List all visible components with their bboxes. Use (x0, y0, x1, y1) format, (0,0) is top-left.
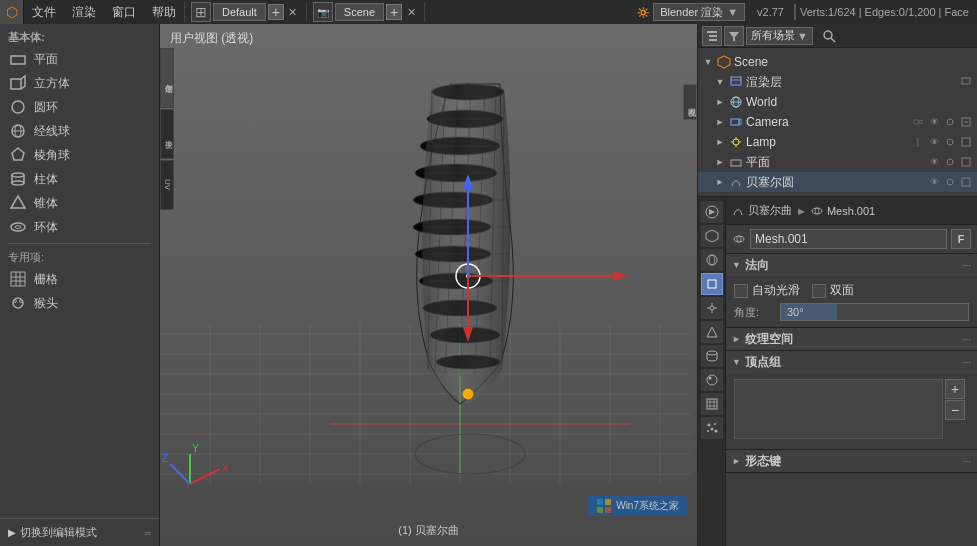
grid-icon (8, 269, 28, 289)
vertex-groups-list[interactable] (734, 379, 943, 439)
remove-vertex-group-button[interactable]: − (945, 400, 965, 420)
layout-grid-icon: ⊞ (191, 2, 211, 22)
double-sided-checkbox[interactable] (812, 284, 826, 298)
bezier-sel-icon[interactable] (959, 175, 973, 189)
camera-eye-icon[interactable]: 👁 (927, 115, 941, 129)
camera-render-icon[interactable] (943, 115, 957, 129)
lamp-sel-icon[interactable] (959, 135, 973, 149)
camera-tree-icon (728, 114, 744, 130)
mesh-name-input[interactable]: Mesh.001 (750, 229, 947, 249)
props-particles-icon[interactable] (701, 417, 723, 439)
fake-user-button[interactable]: F (951, 229, 971, 249)
sidebar-item-circle[interactable]: 圆环 (0, 95, 159, 119)
tree-lamp[interactable]: ► Lamp | 👁 (698, 132, 977, 152)
svg-rect-78 (707, 31, 717, 33)
menu-help[interactable]: 帮助 (144, 0, 184, 24)
vertex-groups-label: 顶点组 (745, 354, 781, 371)
camera-label: Camera (746, 115, 909, 129)
tree-world[interactable]: ► World (698, 92, 977, 112)
lamp-cam-icon[interactable] (943, 135, 957, 149)
scene-label[interactable]: Scene (335, 3, 384, 21)
tree-bezier-curve[interactable]: ► 贝塞尔圆 👁 (698, 172, 977, 192)
stats-text: Verts:1/624 | Edges:0/1,200 | Face (800, 6, 969, 18)
props-scene-icon[interactable] (701, 225, 723, 247)
tree-camera[interactable]: ► Camera 👁 (698, 112, 977, 132)
workspace-default[interactable]: Default (213, 3, 266, 21)
right-panel: 所有场景 ▼ ▼ Scene ▼ (697, 24, 977, 546)
menu-window[interactable]: 窗口 (104, 0, 144, 24)
sidebar-item-cylinder[interactable]: 柱体 (0, 167, 159, 191)
bezier-cam-icon[interactable] (943, 175, 957, 189)
props-object-icon[interactable] (701, 273, 723, 295)
svg-point-116 (708, 377, 711, 380)
tool-tab-create[interactable]: 创建 (160, 48, 174, 108)
add-scene-button[interactable]: + (386, 4, 402, 20)
props-render-icon[interactable] (701, 201, 723, 223)
texture-space-section: ► 纹理空间 ··· (726, 328, 977, 351)
cube-icon (8, 73, 28, 93)
auto-smooth-checkbox[interactable] (734, 284, 748, 298)
texture-space-header[interactable]: ► 纹理空间 ··· (726, 328, 977, 350)
normals-section: ▼ 法向 ··· 自动光滑 双面 (726, 254, 977, 328)
camera-sel-icon[interactable] (959, 115, 973, 129)
tree-render-layer[interactable]: ▼ 渲染层 (698, 72, 977, 92)
version-text: v2.77 (757, 6, 784, 18)
tool-tab-transform[interactable]: 变换 (160, 109, 174, 159)
shape-keys-header[interactable]: ► 形态键 ··· (726, 450, 977, 472)
vertex-groups-header[interactable]: ▼ 顶点组 ··· (726, 351, 977, 373)
close-scene-button[interactable]: ✕ (404, 5, 418, 19)
world-icon (728, 94, 744, 110)
props-data-icon[interactable] (701, 345, 723, 367)
sidebar-item-uvsphere[interactable]: 经线球 (0, 119, 159, 143)
sidebar-item-icosphere[interactable]: 棱角球 (0, 143, 159, 167)
close-workspace-button[interactable]: ✕ (286, 5, 300, 19)
normals-dots: ··· (963, 260, 971, 271)
render-engine-select[interactable]: Blender 渲染 ▼ (653, 3, 745, 21)
svg-point-124 (710, 428, 713, 431)
tree-scene-root[interactable]: ▼ Scene (698, 52, 977, 72)
props-constraint-icon[interactable] (701, 297, 723, 319)
sidebar-item-cube[interactable]: 立方体 (0, 71, 159, 95)
left-sidebar: 基本体: 平面 立方体 圆环 (0, 24, 160, 546)
normals-header[interactable]: ▼ 法向 ··· (726, 254, 977, 276)
add-workspace-button[interactable]: + (268, 4, 284, 20)
add-vertex-group-button[interactable]: + (945, 379, 965, 399)
search-button[interactable] (819, 26, 839, 46)
props-texture-icon[interactable] (701, 393, 723, 415)
plane-eye-icon[interactable]: 👁 (927, 155, 941, 169)
menu-file[interactable]: 文件 (24, 0, 64, 24)
sidebar-item-grid[interactable]: 栅格 (0, 267, 159, 291)
tree-view-icon[interactable] (702, 26, 722, 46)
scene-dropdown[interactable]: 所有场景 ▼ (746, 27, 813, 45)
props-material-icon[interactable] (701, 369, 723, 391)
toggle-edit-mode-button[interactable]: ▶ 切换到编辑模式 ═ (0, 518, 159, 546)
mesh-bezier (413, 83, 513, 404)
n-tab-view[interactable]: 视图 (683, 84, 697, 120)
menu-render[interactable]: 渲染 (64, 0, 104, 24)
tree-plane[interactable]: ► 平面 👁 (698, 152, 977, 172)
svg-point-111 (709, 255, 714, 265)
breadcrumb-sep: ► (796, 205, 807, 217)
props-modifier-icon[interactable] (701, 321, 723, 343)
bezier-eye-icon[interactable]: 👁 (927, 175, 941, 189)
sidebar-item-torus[interactable]: 环体 (0, 215, 159, 239)
double-sided-item[interactable]: 双面 (812, 282, 854, 299)
filter-icon[interactable] (724, 26, 744, 46)
special-section-title: 专用项: (0, 248, 159, 267)
tool-tab-uv[interactable]: UV (160, 160, 174, 210)
sidebar-item-monkey[interactable]: 猴头 (0, 291, 159, 315)
angle-label: 角度: (734, 305, 774, 320)
angle-slider[interactable]: 30° (780, 303, 969, 321)
sidebar-item-plane[interactable]: 平面 (0, 47, 159, 71)
sidebar-item-cone[interactable]: 锥体 (0, 191, 159, 215)
plane-sel-icon[interactable] (959, 155, 973, 169)
auto-smooth-item[interactable]: 自动光滑 (734, 282, 800, 299)
props-breadcrumb-bar: 贝塞尔曲 ► Mesh.001 (726, 197, 977, 225)
lamp-eye-icon[interactable]: 👁 (927, 135, 941, 149)
svg-rect-86 (962, 78, 970, 84)
props-world-icon[interactable] (701, 249, 723, 271)
viewport[interactable]: 用户视图 (透视) + (160, 24, 697, 546)
svg-text:Y: Y (192, 443, 199, 454)
plane-cam-icon[interactable] (943, 155, 957, 169)
svg-rect-132 (605, 499, 611, 505)
